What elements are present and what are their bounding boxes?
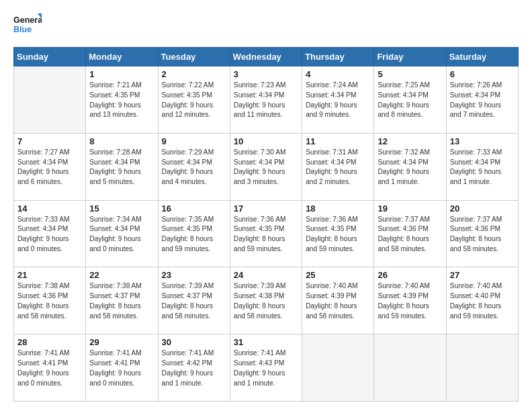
day-cell-5: 5Sunrise: 7:25 AMSunset: 4:34 PMDaylight… xyxy=(374,66,446,134)
week-row-5: 28Sunrise: 7:41 AMSunset: 4:41 PMDayligh… xyxy=(14,334,519,402)
day-cell-24: 24Sunrise: 7:39 AMSunset: 4:38 PMDayligh… xyxy=(230,267,302,334)
svg-text:Blue: Blue xyxy=(13,25,32,34)
day-cell-27: 27Sunrise: 7:40 AMSunset: 4:40 PMDayligh… xyxy=(446,267,518,334)
day-info: Sunrise: 7:22 AMSunset: 4:35 PMDaylight:… xyxy=(162,81,226,120)
day-cell-25: 25Sunrise: 7:40 AMSunset: 4:39 PMDayligh… xyxy=(302,267,374,334)
day-cell-11: 11Sunrise: 7:31 AMSunset: 4:34 PMDayligh… xyxy=(302,133,374,200)
day-cell-23: 23Sunrise: 7:39 AMSunset: 4:37 PMDayligh… xyxy=(158,267,230,334)
day-info: Sunrise: 7:39 AMSunset: 4:38 PMDaylight:… xyxy=(234,281,298,321)
day-info: Sunrise: 7:36 AMSunset: 4:35 PMDaylight:… xyxy=(306,215,370,255)
day-cell-16: 16Sunrise: 7:35 AMSunset: 4:35 PMDayligh… xyxy=(158,200,230,267)
day-cell-28: 28Sunrise: 7:41 AMSunset: 4:41 PMDayligh… xyxy=(14,334,86,402)
day-cell-22: 22Sunrise: 7:38 AMSunset: 4:37 PMDayligh… xyxy=(86,267,158,334)
day-info: Sunrise: 7:39 AMSunset: 4:37 PMDaylight:… xyxy=(162,281,226,321)
weekday-header-wednesday: Wednesday xyxy=(230,48,302,66)
day-cell-2: 2Sunrise: 7:22 AMSunset: 4:35 PMDaylight… xyxy=(158,66,230,134)
week-row-4: 21Sunrise: 7:38 AMSunset: 4:36 PMDayligh… xyxy=(14,267,519,334)
day-number: 30 xyxy=(162,337,226,347)
day-cell-29: 29Sunrise: 7:41 AMSunset: 4:41 PMDayligh… xyxy=(86,334,158,402)
day-info: Sunrise: 7:25 AMSunset: 4:34 PMDaylight:… xyxy=(378,81,442,120)
day-cell-3: 3Sunrise: 7:23 AMSunset: 4:34 PMDaylight… xyxy=(230,66,302,134)
day-number: 13 xyxy=(450,136,515,146)
day-number: 4 xyxy=(306,69,370,79)
logo: General Blue xyxy=(13,12,42,40)
day-number: 12 xyxy=(378,136,442,146)
day-cell-12: 12Sunrise: 7:32 AMSunset: 4:34 PMDayligh… xyxy=(374,133,446,200)
day-info: Sunrise: 7:37 AMSunset: 4:36 PMDaylight:… xyxy=(450,215,515,255)
day-info: Sunrise: 7:30 AMSunset: 4:34 PMDaylight:… xyxy=(234,148,298,187)
empty-cell xyxy=(14,66,86,134)
day-number: 27 xyxy=(450,270,515,280)
day-cell-21: 21Sunrise: 7:38 AMSunset: 4:36 PMDayligh… xyxy=(14,267,86,334)
day-cell-13: 13Sunrise: 7:33 AMSunset: 4:34 PMDayligh… xyxy=(446,133,518,200)
day-number: 6 xyxy=(450,69,515,79)
weekday-header-friday: Friday xyxy=(374,48,446,66)
day-info: Sunrise: 7:38 AMSunset: 4:36 PMDaylight:… xyxy=(17,281,82,321)
day-info: Sunrise: 7:36 AMSunset: 4:35 PMDaylight:… xyxy=(234,215,298,255)
day-cell-8: 8Sunrise: 7:28 AMSunset: 4:34 PMDaylight… xyxy=(86,133,158,200)
day-cell-18: 18Sunrise: 7:36 AMSunset: 4:35 PMDayligh… xyxy=(302,200,374,267)
day-number: 18 xyxy=(306,203,370,214)
day-number: 14 xyxy=(17,203,82,214)
day-number: 20 xyxy=(450,203,515,214)
day-info: Sunrise: 7:34 AMSunset: 4:34 PMDaylight:… xyxy=(89,215,154,255)
day-number: 7 xyxy=(17,136,82,146)
day-cell-15: 15Sunrise: 7:34 AMSunset: 4:34 PMDayligh… xyxy=(86,200,158,267)
weekday-header-thursday: Thursday xyxy=(302,48,374,66)
day-cell-26: 26Sunrise: 7:40 AMSunset: 4:39 PMDayligh… xyxy=(374,267,446,334)
page: General Blue SundayMondayTuesdayWednesda… xyxy=(0,0,532,411)
empty-cell xyxy=(446,334,518,402)
day-info: Sunrise: 7:21 AMSunset: 4:35 PMDaylight:… xyxy=(89,81,154,120)
header: General Blue xyxy=(13,12,519,40)
day-info: Sunrise: 7:38 AMSunset: 4:37 PMDaylight:… xyxy=(89,281,154,321)
weekday-header-sunday: Sunday xyxy=(14,48,86,66)
day-number: 11 xyxy=(306,136,370,146)
day-number: 28 xyxy=(17,337,82,347)
day-cell-6: 6Sunrise: 7:26 AMSunset: 4:34 PMDaylight… xyxy=(446,66,518,134)
day-number: 29 xyxy=(89,337,154,347)
day-number: 1 xyxy=(89,69,154,79)
day-info: Sunrise: 7:41 AMSunset: 4:43 PMDaylight:… xyxy=(234,349,298,388)
day-info: Sunrise: 7:23 AMSunset: 4:34 PMDaylight:… xyxy=(234,81,298,120)
day-cell-1: 1Sunrise: 7:21 AMSunset: 4:35 PMDaylight… xyxy=(86,66,158,134)
week-row-3: 14Sunrise: 7:33 AMSunset: 4:34 PMDayligh… xyxy=(14,200,519,267)
day-cell-7: 7Sunrise: 7:27 AMSunset: 4:34 PMDaylight… xyxy=(14,133,86,200)
day-cell-14: 14Sunrise: 7:33 AMSunset: 4:34 PMDayligh… xyxy=(14,200,86,267)
weekday-header-tuesday: Tuesday xyxy=(158,48,230,66)
week-row-1: 1Sunrise: 7:21 AMSunset: 4:35 PMDaylight… xyxy=(14,66,519,134)
day-number: 15 xyxy=(89,203,154,214)
calendar-table: SundayMondayTuesdayWednesdayThursdayFrid… xyxy=(13,47,519,402)
day-number: 21 xyxy=(17,270,82,280)
day-number: 10 xyxy=(234,136,298,146)
day-number: 22 xyxy=(89,270,154,280)
weekday-header-monday: Monday xyxy=(86,48,158,66)
empty-cell xyxy=(374,334,446,402)
weekday-header-saturday: Saturday xyxy=(446,48,518,66)
day-cell-17: 17Sunrise: 7:36 AMSunset: 4:35 PMDayligh… xyxy=(230,200,302,267)
day-cell-19: 19Sunrise: 7:37 AMSunset: 4:36 PMDayligh… xyxy=(374,200,446,267)
day-info: Sunrise: 7:27 AMSunset: 4:34 PMDaylight:… xyxy=(17,148,82,187)
week-row-2: 7Sunrise: 7:27 AMSunset: 4:34 PMDaylight… xyxy=(14,133,519,200)
day-number: 25 xyxy=(306,270,370,280)
day-info: Sunrise: 7:33 AMSunset: 4:34 PMDaylight:… xyxy=(17,215,82,255)
day-cell-9: 9Sunrise: 7:29 AMSunset: 4:34 PMDaylight… xyxy=(158,133,230,200)
day-info: Sunrise: 7:33 AMSunset: 4:34 PMDaylight:… xyxy=(450,148,515,187)
day-number: 31 xyxy=(234,337,298,347)
day-number: 26 xyxy=(378,270,442,280)
day-number: 23 xyxy=(162,270,226,280)
day-cell-20: 20Sunrise: 7:37 AMSunset: 4:36 PMDayligh… xyxy=(446,200,518,267)
day-info: Sunrise: 7:29 AMSunset: 4:34 PMDaylight:… xyxy=(162,148,226,187)
day-number: 8 xyxy=(89,136,154,146)
day-number: 5 xyxy=(378,69,442,79)
day-info: Sunrise: 7:35 AMSunset: 4:35 PMDaylight:… xyxy=(162,215,226,255)
day-info: Sunrise: 7:41 AMSunset: 4:41 PMDaylight:… xyxy=(89,349,154,388)
empty-cell xyxy=(302,334,374,402)
day-cell-30: 30Sunrise: 7:41 AMSunset: 4:42 PMDayligh… xyxy=(158,334,230,402)
day-cell-10: 10Sunrise: 7:30 AMSunset: 4:34 PMDayligh… xyxy=(230,133,302,200)
day-number: 3 xyxy=(234,69,298,79)
day-info: Sunrise: 7:37 AMSunset: 4:36 PMDaylight:… xyxy=(378,215,442,255)
day-info: Sunrise: 7:40 AMSunset: 4:40 PMDaylight:… xyxy=(450,281,515,321)
day-info: Sunrise: 7:41 AMSunset: 4:42 PMDaylight:… xyxy=(162,349,226,388)
weekday-header-row: SundayMondayTuesdayWednesdayThursdayFrid… xyxy=(14,48,519,66)
day-number: 16 xyxy=(162,203,226,214)
